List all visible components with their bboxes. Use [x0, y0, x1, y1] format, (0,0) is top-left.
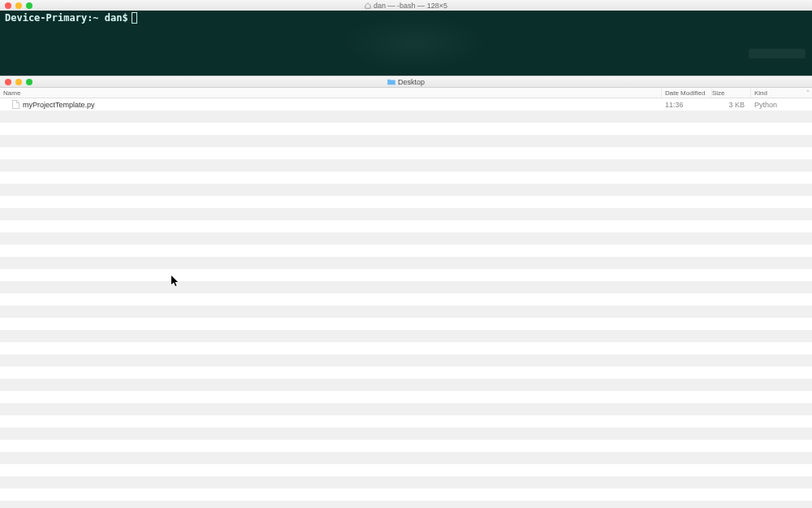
table-row — [0, 452, 812, 464]
file-name: myProjectTemplate.py — [23, 101, 95, 109]
table-row — [0, 245, 812, 257]
finder-title: Desktop — [0, 78, 812, 86]
table-row — [0, 367, 812, 379]
table-row — [0, 232, 812, 245]
table-row — [0, 208, 812, 220]
finder-title-text: Desktop — [398, 78, 425, 86]
table-row — [0, 428, 812, 440]
terminal-cursor — [132, 12, 137, 24]
table-row — [0, 440, 812, 452]
table-row[interactable]: myProjectTemplate.py11:363 KBPython — [0, 98, 812, 111]
terminal-scrollbar[interactable] — [749, 49, 806, 59]
table-row — [0, 257, 812, 269]
table-row — [0, 476, 812, 488]
table-row — [0, 306, 812, 318]
column-header-name[interactable]: Name — [0, 88, 662, 98]
terminal-title-text: dan — -bash — 128×5 — [374, 2, 447, 10]
terminal-title: dan — -bash — 128×5 — [0, 2, 812, 10]
terminal-prompt: Device-Primary:~ dan$ — [5, 12, 128, 24]
table-row — [0, 342, 812, 354]
terminal-window: dan — -bash — 128×5 Device-Primary:~ dan… — [0, 0, 812, 76]
home-icon — [365, 2, 371, 9]
table-row — [0, 293, 812, 306]
table-row — [0, 196, 812, 208]
table-row — [0, 391, 812, 403]
finder-column-headers: Name Date Modified Size Kind ⌃ — [0, 88, 812, 98]
file-date-cell: 11:36 — [662, 101, 712, 109]
table-row — [0, 330, 812, 342]
folder-icon — [387, 79, 395, 85]
table-row — [0, 488, 812, 501]
table-row — [0, 501, 812, 508]
terminal-body[interactable]: Device-Primary:~ dan$ — [0, 11, 812, 25]
terminal-titlebar[interactable]: dan — -bash — 128×5 — [0, 0, 812, 11]
column-header-size[interactable]: Size — [712, 88, 751, 98]
finder-titlebar[interactable]: Desktop — [0, 76, 812, 88]
chevron-up-icon: ⌃ — [806, 89, 810, 96]
table-row — [0, 281, 812, 293]
table-row — [0, 464, 812, 476]
table-row — [0, 184, 812, 196]
table-row — [0, 415, 812, 428]
table-row — [0, 111, 812, 123]
table-row — [0, 318, 812, 330]
column-header-date[interactable]: Date Modified — [662, 88, 712, 98]
table-row — [0, 123, 812, 135]
table-row — [0, 269, 812, 281]
file-name-cell[interactable]: myProjectTemplate.py — [0, 100, 662, 109]
table-row — [0, 354, 812, 367]
table-row — [0, 135, 812, 147]
sort-indicator[interactable]: ⌃ — [804, 88, 812, 98]
file-icon — [12, 100, 19, 109]
finder-file-list[interactable]: myProjectTemplate.py11:363 KBPython — [0, 98, 812, 508]
table-row — [0, 147, 812, 159]
table-row — [0, 172, 812, 184]
column-header-kind[interactable]: Kind — [751, 88, 804, 98]
table-row — [0, 379, 812, 391]
finder-window: Desktop Name Date Modified Size Kind ⌃ m… — [0, 76, 812, 508]
table-row — [0, 159, 812, 172]
table-row — [0, 403, 812, 415]
file-kind-cell: Python — [751, 101, 812, 109]
table-row — [0, 220, 812, 232]
file-size-cell: 3 KB — [712, 101, 751, 109]
